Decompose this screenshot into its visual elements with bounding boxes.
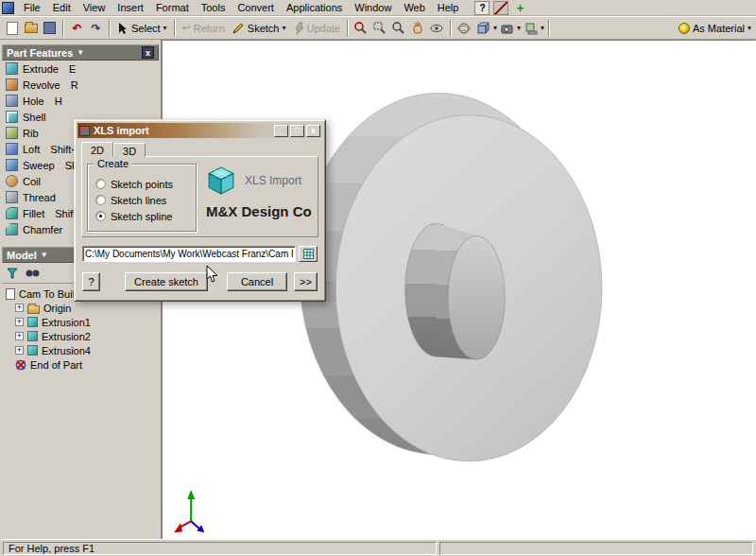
- as-material-label: As Material: [693, 23, 745, 34]
- toolbar-separator: [174, 20, 176, 37]
- extrusion-icon: [27, 331, 38, 341]
- menu-window[interactable]: Window: [349, 1, 397, 14]
- redo-icon[interactable]: ↷: [87, 19, 105, 37]
- help-icon[interactable]: ?: [474, 1, 490, 15]
- radio-icon[interactable]: [95, 195, 106, 205]
- find-icon[interactable]: [26, 269, 40, 278]
- zoom-all-icon[interactable]: [352, 19, 370, 37]
- orbit-icon[interactable]: [455, 19, 473, 37]
- radio-sketch-lines[interactable]: Sketch lines: [95, 192, 192, 208]
- zoom-icon[interactable]: [390, 19, 408, 37]
- menu-web[interactable]: Web: [398, 1, 430, 14]
- expand-icon[interactable]: +: [15, 304, 24, 312]
- expand-dialog-button[interactable]: >>: [294, 272, 318, 291]
- toolbar-separator: [548, 20, 550, 37]
- menu-view[interactable]: View: [77, 1, 112, 14]
- chevron-down-icon[interactable]: ▼: [41, 251, 48, 259]
- file-path-input[interactable]: [82, 246, 296, 262]
- mute-icon[interactable]: [493, 1, 508, 15]
- minimize-button[interactable]: _: [274, 125, 288, 137]
- tree-item-extrusion4[interactable]: + Extrusion4: [2, 343, 159, 357]
- help-button[interactable]: ?: [82, 272, 100, 291]
- menu-convert[interactable]: Convert: [232, 1, 280, 14]
- radio-sketch-points[interactable]: Sketch points: [95, 176, 192, 192]
- expand-icon[interactable]: +: [15, 332, 24, 340]
- status-extra-cell: [439, 542, 753, 555]
- camera-view-icon[interactable]: [498, 19, 516, 37]
- open-icon[interactable]: [22, 19, 40, 37]
- radio-icon[interactable]: [95, 179, 106, 189]
- thread-icon: [6, 191, 18, 203]
- feature-extrude[interactable]: Extrude E: [2, 61, 159, 77]
- zoom-window-icon[interactable]: [371, 19, 389, 37]
- tab-2d[interactable]: 2D: [81, 142, 113, 157]
- radio-sketch-spline[interactable]: Sketch spline: [95, 208, 192, 224]
- undo-icon[interactable]: ↶: [68, 19, 86, 37]
- dialog-title-bar[interactable]: XLS import _ □ x: [77, 123, 322, 138]
- toolbar-separator: [109, 20, 111, 37]
- add-icon[interactable]: +: [512, 1, 527, 15]
- menu-format[interactable]: Format: [150, 1, 195, 14]
- chevron-down-icon[interactable]: ▾: [282, 24, 285, 32]
- menu-help[interactable]: Help: [432, 1, 465, 14]
- save-icon[interactable]: [41, 19, 59, 37]
- sweep-icon: [6, 159, 18, 171]
- tree-label: Extrusion1: [42, 317, 91, 328]
- toolbar-separator: [450, 20, 452, 37]
- cancel-button[interactable]: Cancel: [227, 272, 287, 291]
- feature-shortcut: E: [69, 63, 76, 75]
- menu-applications[interactable]: Applications: [281, 1, 348, 14]
- file-path-row: [82, 246, 318, 262]
- feature-revolve[interactable]: Revolve R: [2, 77, 159, 93]
- browse-button[interactable]: [299, 246, 318, 262]
- part-features-title: Part Features: [7, 47, 73, 59]
- menu-tools[interactable]: Tools: [196, 1, 232, 14]
- sketch-tool[interactable]: Sketch ▾: [229, 22, 289, 35]
- select-tool[interactable]: Select ▾: [114, 22, 170, 35]
- tab-page-2d: Create Sketch points Sketch lines Sketch…: [81, 156, 318, 237]
- status-message: For Help, press F1: [3, 542, 437, 555]
- tree-item-origin[interactable]: + Origin: [2, 301, 159, 315]
- feature-label: Chamfer: [23, 224, 62, 235]
- xls-import-dialog: XLS import _ □ x 2D 3D Create Sketch poi…: [74, 119, 326, 302]
- look-at-icon[interactable]: [428, 19, 446, 37]
- part-features-header[interactable]: Part Features ▼ x: [2, 44, 159, 61]
- chevron-down-icon[interactable]: ▾: [493, 24, 497, 32]
- return-label: Return: [194, 23, 225, 34]
- radio-icon-selected[interactable]: [95, 211, 106, 221]
- shaded-display-icon[interactable]: [474, 19, 492, 37]
- expand-icon[interactable]: +: [15, 318, 24, 326]
- chevron-down-icon[interactable]: ▾: [747, 24, 751, 32]
- tree-item-extrusion1[interactable]: + Extrusion1: [2, 315, 159, 329]
- chevron-down-icon[interactable]: ▾: [517, 24, 521, 32]
- tab-3d[interactable]: 3D: [113, 143, 146, 157]
- ground-shadow-icon[interactable]: [522, 19, 540, 37]
- update-tool[interactable]: Update: [290, 22, 343, 35]
- dialog-tabs: 2D 3D: [81, 142, 322, 157]
- expand-icon[interactable]: +: [15, 346, 24, 355]
- chevron-down-icon[interactable]: ▾: [541, 24, 544, 32]
- return-tool[interactable]: ↩ Return: [180, 22, 228, 34]
- create-group: Create Sketch points Sketch lines Sketch…: [87, 164, 197, 232]
- chevron-down-icon[interactable]: ▼: [77, 48, 84, 57]
- folder-icon: [27, 305, 40, 314]
- menu-file[interactable]: File: [18, 1, 46, 14]
- material-tool[interactable]: As Material ▾: [679, 23, 753, 34]
- menu-edit[interactable]: Edit: [47, 1, 77, 14]
- app-icon[interactable]: [2, 2, 14, 14]
- feature-hole[interactable]: Hole H: [2, 93, 159, 109]
- new-icon[interactable]: [3, 19, 21, 37]
- maximize-button[interactable]: □: [290, 125, 304, 137]
- extrude-icon: [6, 62, 18, 75]
- close-button[interactable]: x: [306, 125, 320, 137]
- pan-icon[interactable]: [409, 19, 427, 37]
- create-group-label: Create: [94, 158, 131, 169]
- menu-bar-tools: ? +: [474, 1, 527, 15]
- tree-item-end-of-part[interactable]: End of Part: [2, 357, 159, 372]
- tree-item-extrusion2[interactable]: + Extrusion2: [2, 329, 159, 343]
- create-sketch-button[interactable]: Create sketch: [125, 272, 208, 291]
- filter-icon[interactable]: [7, 268, 18, 279]
- menu-insert[interactable]: Insert: [112, 1, 149, 14]
- part-features-close-button[interactable]: x: [142, 46, 154, 59]
- chevron-down-icon[interactable]: ▾: [163, 24, 167, 32]
